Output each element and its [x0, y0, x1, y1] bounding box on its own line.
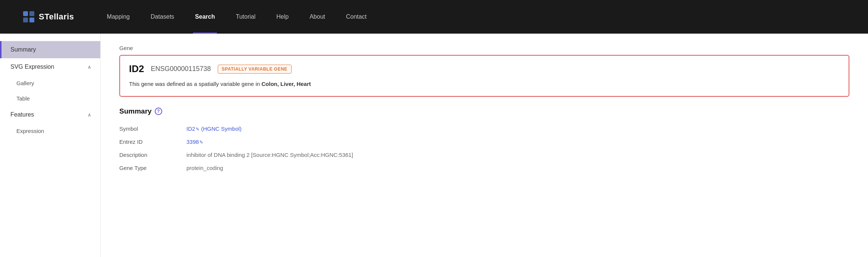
row-link[interactable]: 3398✎ — [186, 139, 203, 145]
row-value[interactable]: 3398✎ — [186, 135, 849, 148]
gene-badge: SPATIALLY VARIABLE GENE — [218, 65, 292, 74]
gene-id: ID2 — [129, 63, 144, 75]
sidebar-item-features[interactable]: Features∧ — [0, 106, 100, 123]
nav-item-about[interactable]: About — [299, 0, 336, 34]
gene-description-bold: Colon, Liver, Heart — [261, 81, 311, 87]
nav-item-contact[interactable]: Contact — [336, 0, 377, 34]
sidebar-item-label: Features — [10, 111, 34, 118]
main-content: Gene ID2 ENSG00000115738 SPATIALLY VARIA… — [101, 34, 868, 257]
row-label: Description — [119, 148, 186, 161]
sidebar-sub-item-table[interactable]: Table — [0, 91, 100, 106]
row-link-suffix: (HGNC Symbol) — [199, 126, 242, 132]
chevron-icon: ∧ — [88, 112, 91, 118]
logo-icon — [22, 10, 35, 23]
nav-item-search[interactable]: Search — [185, 0, 225, 34]
svg-rect-2 — [23, 18, 28, 22]
table-row: Entrez ID3398✎ — [119, 135, 849, 148]
external-link-icon: ✎ — [196, 127, 199, 132]
sidebar-sub-item-gallery[interactable]: Gallery — [0, 75, 100, 91]
summary-heading: Summary ? — [119, 107, 849, 115]
gene-card-header: ID2 ENSG00000115738 SPATIALLY VARIABLE G… — [129, 63, 840, 75]
section-label: Gene — [119, 45, 849, 51]
gene-description-prefix: This gene was defined as a spatially var… — [129, 81, 261, 87]
row-label: Gene Type — [119, 161, 186, 174]
gene-ensembl: ENSG00000115738 — [151, 65, 211, 73]
logo-text: STellaris — [39, 12, 74, 22]
svg-rect-1 — [29, 11, 34, 16]
sidebar-item-label: Summary — [10, 46, 36, 53]
sidebar-item-summary[interactable]: Summary — [0, 41, 100, 58]
table-row: Gene Typeprotein_coding — [119, 161, 849, 174]
table-row: SymbolID2✎ (HGNC Symbol) — [119, 122, 849, 135]
nav-item-help[interactable]: Help — [266, 0, 299, 34]
sidebar-sub-item-expression[interactable]: Expression — [0, 123, 100, 139]
gene-description: This gene was defined as a spatially var… — [129, 80, 840, 89]
row-value: inhibitor of DNA binding 2 [Source:HGNC … — [186, 148, 849, 161]
logo[interactable]: STellaris — [22, 10, 74, 23]
nav-item-mapping[interactable]: Mapping — [97, 0, 140, 34]
row-label: Entrez ID — [119, 135, 186, 148]
nav-item-tutorial[interactable]: Tutorial — [225, 0, 266, 34]
sidebar: SummarySVG Expression∧GalleryTableFeatur… — [0, 34, 101, 257]
summary-table: SymbolID2✎ (HGNC Symbol)Entrez ID3398✎De… — [119, 122, 849, 174]
external-link-icon: ✎ — [199, 140, 203, 145]
main-nav: MappingDatasetsSearchTutorialHelpAboutCo… — [97, 0, 846, 34]
svg-rect-0 — [23, 11, 28, 16]
row-value: protein_coding — [186, 161, 849, 174]
svg-rect-3 — [29, 18, 34, 22]
help-icon[interactable]: ? — [155, 108, 162, 115]
gene-card: ID2 ENSG00000115738 SPATIALLY VARIABLE G… — [119, 55, 849, 97]
sidebar-item-svg-expression[interactable]: SVG Expression∧ — [0, 58, 100, 75]
row-label: Symbol — [119, 122, 186, 135]
row-link[interactable]: ID2✎ — [186, 126, 199, 132]
sidebar-item-label: SVG Expression — [10, 64, 54, 70]
nav-item-datasets[interactable]: Datasets — [140, 0, 185, 34]
chevron-icon: ∧ — [88, 64, 91, 70]
header: STellaris MappingDatasetsSearchTutorialH… — [0, 0, 868, 34]
row-value[interactable]: ID2✎ (HGNC Symbol) — [186, 122, 849, 135]
summary-title: Summary — [119, 107, 152, 115]
table-row: Descriptioninhibitor of DNA binding 2 [S… — [119, 148, 849, 161]
layout: SummarySVG Expression∧GalleryTableFeatur… — [0, 34, 868, 257]
